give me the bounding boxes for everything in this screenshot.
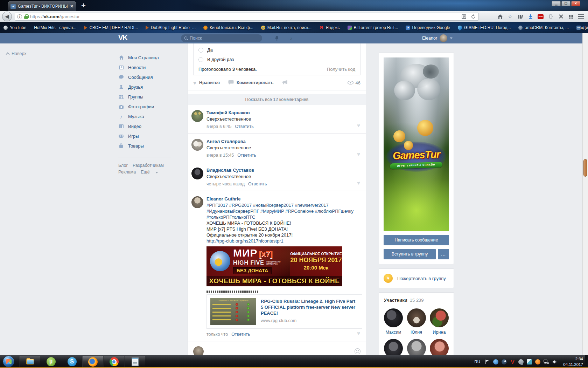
search-input[interactable]: Поиск (181, 34, 262, 42)
hashtag-links[interactable]: #толькоРПГтолькоПТС (206, 214, 360, 220)
scrollbar-thumb[interactable] (583, 159, 587, 177)
hashtag-links[interactable]: #ИдунановыйсерверРПГ #МируМИР #RPGonelov… (206, 208, 360, 214)
more-actions-button[interactable]: ... (438, 249, 449, 259)
avast-icon[interactable] (535, 359, 540, 364)
bookmark-youtube[interactable]: YouTube (4, 25, 26, 30)
show-desktop-button[interactable] (585, 355, 588, 368)
network-icon[interactable] (544, 359, 549, 364)
sidebar-item-games[interactable]: Игры (118, 131, 180, 141)
footer-link-blog[interactable]: Блог (118, 163, 128, 168)
poll-option[interactable]: В другой раз (198, 55, 355, 64)
sidebar-item-photos[interactable]: Фотографии (118, 102, 180, 111)
bookmark-amocrm[interactable]: amoCRM: Контакты, ... (518, 25, 569, 30)
poll-option[interactable]: Да (198, 45, 355, 55)
like-button[interactable]: ♥Нравится (193, 80, 220, 86)
bookmark-svoe-fm[interactable]: СВОЕ FM | DEEP RADI... (84, 25, 138, 30)
sidebar-item-groups[interactable]: Группы (118, 92, 180, 102)
new-tab-button[interactable]: + (81, 2, 86, 9)
post-image-banner[interactable]: МИР [x7] HIGH FIVEОФИЦИАЛЬНАЯПЛАТФОРМА Б… (206, 246, 342, 286)
avatar[interactable] (191, 196, 203, 208)
star-bookmark-icon[interactable]: ☆ (507, 14, 513, 20)
bookmark-google-translate[interactable]: GПереводчик Google (406, 25, 450, 30)
show-all-comments-button[interactable]: Показать все 12 комментариев (188, 94, 366, 105)
avatar[interactable] (407, 308, 426, 327)
download-icon[interactable] (527, 14, 533, 20)
taskbar-chrome-button[interactable] (104, 356, 124, 368)
browser-tab[interactable]: VK GamesTur - ВИКТОРИНЫ, Т ✕ (8, 1, 76, 11)
group-cover-image[interactable]: GamesTur ИГРЫ ТУРНИРЫ ОНЛАЙН (384, 57, 449, 231)
library-icon[interactable] (517, 14, 523, 20)
taskbar-firefox-button[interactable] (83, 356, 103, 368)
members-header[interactable]: Участники15 239 (384, 298, 449, 303)
bookmark-dubstep-radio[interactable]: DubStep Light Radio -... (146, 25, 196, 30)
comment-author-link[interactable]: Eleanor Guthrie (206, 196, 360, 202)
sidebar-item-friends[interactable]: Друзья (118, 82, 180, 92)
refresh-icon[interactable] (470, 14, 476, 20)
sidebar-item-market[interactable]: Товары (118, 141, 180, 151)
tools-icon[interactable] (558, 14, 564, 20)
window-close-button[interactable]: ✕ (571, 1, 580, 6)
join-group-button[interactable]: Вступить в группу (384, 249, 436, 259)
like-heart-icon[interactable]: ♥ (357, 151, 360, 157)
share-button[interactable] (282, 80, 288, 86)
radio-icon[interactable] (198, 57, 203, 62)
docs-icon[interactable] (527, 359, 532, 364)
avatar[interactable] (191, 110, 203, 122)
avatar[interactable] (430, 308, 449, 327)
vmware-icon[interactable]: V (510, 359, 515, 364)
volume-icon[interactable] (552, 359, 557, 364)
member-item[interactable]: Юлия (407, 308, 426, 335)
avatar[interactable] (430, 339, 449, 355)
bluestacks-icon[interactable] (493, 359, 498, 364)
music-icon[interactable]: ♪ (289, 35, 296, 41)
member-item[interactable]: Ирина (430, 308, 449, 335)
language-indicator[interactable]: RU (474, 360, 480, 364)
footer-link-more[interactable]: Ещё (141, 170, 163, 175)
reply-link[interactable]: Ответить (231, 332, 250, 337)
vk-logo[interactable]: VK (118, 34, 127, 42)
back-to-top-link[interactable]: Наверх (6, 51, 27, 56)
comment-author-link[interactable]: Ангел Столярова (206, 139, 360, 144)
address-bar[interactable]: i https://vk.com/gamestur (15, 13, 479, 21)
bookmarks-overflow-chevron[interactable]: » (580, 25, 583, 30)
hashtag-links[interactable]: #РПГ2017 #RPG2017 #новыйсервер2017 #news… (206, 202, 360, 208)
sidebar-item-music[interactable]: ♪Музыка (118, 111, 180, 121)
smiley-icon[interactable] (355, 348, 360, 354)
taskbar-utorrent-button[interactable]: µ (41, 356, 61, 368)
tab-close-icon[interactable]: ✕ (70, 4, 74, 9)
avatar[interactable] (384, 339, 403, 355)
taskbar-skype-button[interactable]: S (62, 356, 82, 368)
taskbar-clock[interactable]: 2:34 04.11.2017 (558, 356, 583, 367)
page-scrollbar[interactable] (582, 33, 588, 355)
avatar[interactable] (191, 168, 203, 179)
extension-icon[interactable] (548, 14, 554, 20)
home-icon[interactable] (497, 14, 503, 20)
window-maximize-button[interactable]: ❐ (561, 1, 570, 6)
like-heart-icon[interactable]: ♥ (357, 122, 360, 128)
bookmark-kinopoisk[interactable]: КиноПоиск.ru. Все ф... (203, 25, 253, 30)
sidebar-item-messages[interactable]: Сообщения (118, 72, 180, 82)
bookmark-bittorrent[interactable]: BitTorrent трекер RuT... (348, 25, 398, 30)
donate-link[interactable]: Пожертвовать в группу (397, 276, 446, 281)
sidebar-item-news[interactable]: Новости (118, 62, 180, 72)
external-link[interactable]: http://rpg-club.org/ns2017hfcontestpr1 (206, 238, 360, 244)
start-orb-icon[interactable] (3, 356, 14, 367)
footer-link-developers[interactable]: Разработчикам (133, 163, 164, 168)
flag-icon[interactable] (485, 359, 490, 364)
bookmark-mailru[interactable]: @Mail.Ru: почта, поиск... (261, 25, 312, 30)
adblock-icon[interactable]: ABP (538, 14, 544, 19)
sidebar-item-video[interactable]: Видео (118, 121, 180, 131)
link-preview-card[interactable]: Comparison of Java and PTS platforms RPG… (206, 294, 362, 329)
steam-icon[interactable] (502, 359, 507, 364)
comment-author-link[interactable]: Тимофей Карнаков (206, 110, 360, 115)
reply-link[interactable]: Ответить (237, 153, 256, 158)
like-heart-icon[interactable]: ♥ (357, 180, 360, 186)
back-button[interactable]: ◀ (2, 12, 12, 21)
footer-link-ads[interactable]: Реклама (118, 170, 136, 175)
window-minimize-button[interactable]: ▁ (552, 1, 561, 6)
header-user-menu[interactable]: Eleanor (422, 34, 453, 42)
bell-icon[interactable] (274, 35, 280, 41)
member-item[interactable] (430, 339, 449, 355)
grid-icon[interactable] (568, 14, 574, 20)
avatar[interactable] (407, 339, 426, 355)
